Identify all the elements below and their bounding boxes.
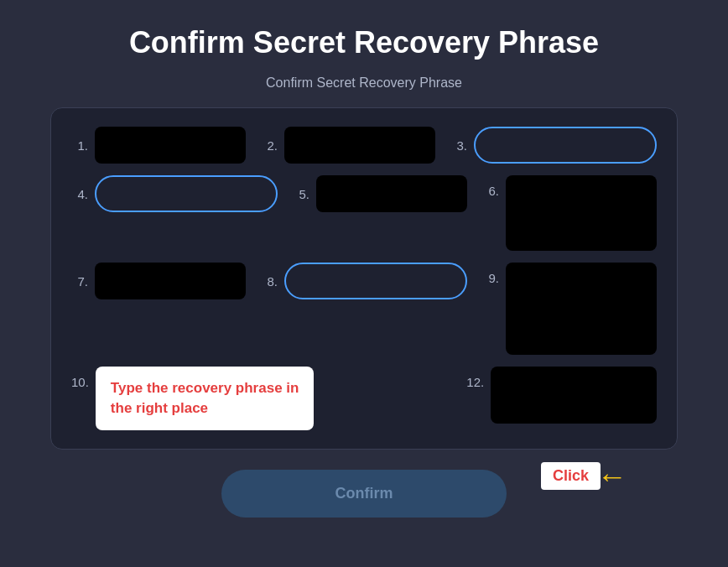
phrase-number-5: 5. — [293, 187, 309, 201]
confirm-button[interactable]: Confirm — [221, 470, 507, 518]
tooltip-area: 10. Type the recovery phrase inthe right… — [71, 367, 451, 430]
phrase-item-2: 2. — [261, 127, 435, 164]
phrase-input-8[interactable] — [284, 263, 467, 299]
phrase-grid-container: 1. 2. 3. 4. 5. 6. 7. — [50, 107, 678, 450]
phrase-input-3[interactable] — [474, 127, 657, 164]
phrase-item-9: 9. — [482, 263, 657, 355]
phrase-number-12: 12. — [466, 375, 484, 389]
page-title: Confirm Secret Recovery Phrase — [129, 25, 599, 60]
phrase-number-3: 3. — [450, 138, 467, 153]
phrase-number-9: 9. — [482, 271, 499, 285]
grid-row-1: 1. 2. 3. — [71, 127, 657, 164]
phrase-word-9 — [506, 263, 657, 355]
phrase-number-6: 6. — [482, 184, 499, 198]
phrase-number-10: 10. — [71, 375, 89, 389]
phrase-word-7 — [95, 263, 246, 299]
phrase-item-8: 8. — [261, 263, 467, 299]
phrase-number-2: 2. — [261, 138, 278, 153]
phrase-number-4: 4. — [71, 187, 88, 201]
phrase-item-4: 4. — [71, 175, 278, 212]
subtitle: Confirm Secret Recovery Phrase — [266, 75, 462, 91]
grid-row-2: 4. 5. 6. — [71, 175, 657, 251]
confirm-button-area: Confirm Click ← — [50, 470, 678, 518]
phrase-item-12: 12. — [466, 367, 657, 424]
grid-row-3: 7. 8. 9. — [71, 263, 657, 355]
phrase-number-7: 7. — [71, 274, 88, 289]
phrase-word-6 — [506, 175, 657, 251]
tooltip-box: Type the recovery phrase inthe right pla… — [96, 367, 315, 430]
phrase-word-2 — [284, 127, 435, 164]
phrase-input-4[interactable] — [95, 175, 278, 212]
click-label: Click — [541, 462, 601, 490]
phrase-item-6: 6. — [482, 175, 657, 251]
phrase-word-5 — [316, 175, 467, 212]
phrase-item-7: 7. — [71, 263, 246, 299]
phrase-item-3: 3. — [450, 127, 657, 164]
grid-row-4: 10. Type the recovery phrase inthe right… — [71, 367, 657, 430]
phrase-item-1: 1. — [71, 127, 246, 164]
phrase-word-1 — [95, 127, 246, 164]
click-annotation: Click ← — [541, 461, 627, 492]
phrase-number-8: 8. — [261, 274, 278, 289]
tooltip-text: Type the recovery phrase inthe right pla… — [111, 378, 299, 419]
arrow-icon: ← — [597, 461, 627, 492]
phrase-item-5: 5. — [293, 175, 467, 212]
phrase-number-1: 1. — [71, 138, 88, 153]
phrase-word-12 — [491, 367, 657, 424]
